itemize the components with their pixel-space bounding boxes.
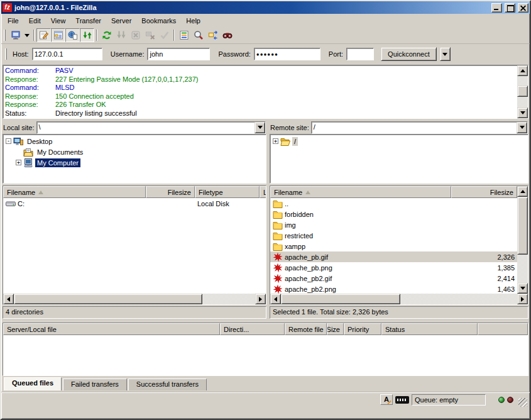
file-row[interactable]: C:Local Disk [3,198,266,209]
tree-expander-minus-icon[interactable]: - [6,138,11,144]
remote-site-dropdown[interactable] [517,122,527,133]
file-row[interactable]: apache_pb.png1,385 [270,262,517,273]
file-row[interactable]: img [270,219,517,230]
quickconnect-button[interactable]: Quickconnect [381,47,437,61]
file-row[interactable]: forbidden [270,209,517,219]
file-row[interactable]: restricted [270,230,517,241]
queue-column-priority[interactable]: Priority [344,323,381,335]
log-scrollbar-thumb[interactable] [517,86,528,97]
menu-bar: FileEditViewTransferServerBookmarksHelp [1,14,530,27]
toolbar-grip[interactable] [4,30,6,41]
password-input[interactable] [254,48,320,60]
quickbar-grip[interactable] [5,48,7,60]
scroll-down-icon[interactable] [517,283,528,294]
scroll-down-icon[interactable] [517,108,528,118]
scroll-right-icon[interactable] [517,294,528,304]
column-header-l[interactable]: L [260,186,266,198]
toggle-local-tree-button[interactable] [51,28,65,42]
toggle-queue-button[interactable] [80,28,94,42]
tab-failed-transfers[interactable]: Failed transfers [63,379,127,390]
menu-item-transfer[interactable]: Transfer [70,16,106,26]
local-pane: Local site: \ -DesktopMy Documents+My Co… [3,121,266,319]
file-name: apache_pb2.png [285,285,336,293]
minimize-button[interactable] [491,3,502,13]
file-row[interactable]: apache_pb2.png1,463 [270,284,517,294]
close-button[interactable] [518,3,528,13]
file-name-cell: apache_pb.png [270,263,451,273]
site-manager-dropdown[interactable] [23,28,31,42]
local-site-combo[interactable]: \ [36,121,266,134]
column-header-filetype[interactable]: Filetype [195,186,260,198]
host-input[interactable] [32,48,102,60]
column-header-filesize[interactable]: Filesize [146,186,195,198]
toggle-remote-tree-button[interactable] [65,28,80,42]
log-scrollbar[interactable] [517,65,528,118]
disconnect-button[interactable] [143,28,157,42]
file-row[interactable]: apache_pb.gif2,326 [270,251,517,262]
sort-ascending-icon [305,191,310,194]
log-line-type: Response: [5,101,55,109]
port-input[interactable] [346,48,374,60]
file-row[interactable]: xampp [270,241,517,251]
tree-item--[interactable]: +/ [270,136,528,146]
queue-column-remote-file[interactable]: Remote file [285,323,327,335]
tab-queued-files[interactable]: Queued files [4,377,62,390]
menu-item-edit[interactable]: Edit [24,16,46,26]
tab-successful-transfers[interactable]: Successful transfers [128,379,207,390]
process-queue-button[interactable] [114,28,128,42]
filter-button[interactable] [177,28,191,42]
scroll-left-icon[interactable] [3,294,14,304]
remote-hscroll-thumb[interactable] [281,294,400,304]
queue-column-server-local-file[interactable]: Server/Local file [3,323,220,335]
scroll-up-icon[interactable] [517,186,528,197]
column-header-label: Filesize [168,189,191,196]
queue-column-size[interactable]: Size [327,323,344,335]
local-site-value: \ [37,122,255,133]
local-site-dropdown[interactable] [255,122,265,133]
local-hscrollbar[interactable] [3,294,266,304]
queue-column-status[interactable]: Status [381,323,478,335]
local-file-list: FilenameFilesizeFiletypeL C:Local Disk [3,185,266,305]
title-bar[interactable]: john@127.0.0.1 - FileZilla [1,1,530,14]
local-hscroll-thumb[interactable] [14,294,202,304]
refresh-button[interactable] [99,28,114,42]
cancel-operation-button[interactable] [128,28,143,42]
menu-item-file[interactable]: File [3,16,24,26]
scroll-left-icon[interactable] [270,294,281,304]
search-button[interactable] [220,28,234,42]
tree-item-desktop[interactable]: -Desktop [3,136,266,146]
reconnect-button[interactable] [157,28,172,42]
toggle-message-log-button[interactable] [36,28,51,42]
drive-icon [6,199,16,209]
remote-site-combo[interactable]: / [311,121,528,134]
remote-vscroll-thumb[interactable] [517,197,528,255]
file-row[interactable]: apache_pb2.gif2,414 [270,273,517,284]
tree-item-my-documents[interactable]: My Documents [3,146,266,157]
tree-item-my-computer[interactable]: +My Computer [3,157,266,168]
menu-item-server[interactable]: Server [106,16,136,26]
directory-comparison-button[interactable] [191,28,205,42]
send-activity-led-icon [507,397,513,403]
tree-expander-plus-icon[interactable]: + [16,160,21,165]
column-header-filename[interactable]: Filename [3,186,146,198]
quickconnect-dropdown[interactable] [440,47,451,61]
chevron-down-icon [520,126,525,129]
remote-hscrollbar[interactable] [270,294,528,304]
scroll-up-icon[interactable] [517,65,528,76]
menu-item-bookmarks[interactable]: Bookmarks [136,16,181,26]
site-manager-button[interactable] [8,28,23,42]
synchronized-browsing-button[interactable] [205,28,220,42]
username-input[interactable] [147,48,210,60]
maximize-button[interactable] [505,3,515,13]
menu-item-help[interactable]: Help [181,16,205,26]
menu-item-view[interactable]: View [46,16,71,26]
scroll-right-icon[interactable] [255,294,266,304]
column-header-filesize[interactable]: Filesize [451,186,517,198]
tree-expander-plus-icon[interactable]: + [273,138,278,144]
remote-vscrollbar[interactable] [517,186,528,294]
resize-grip[interactable] [518,398,527,407]
queue-column-directi-[interactable]: Directi... [220,323,285,335]
log-line-type: Response: [5,75,55,84]
column-header-filename[interactable]: Filename [270,186,451,198]
file-row[interactable]: .. [270,198,517,209]
